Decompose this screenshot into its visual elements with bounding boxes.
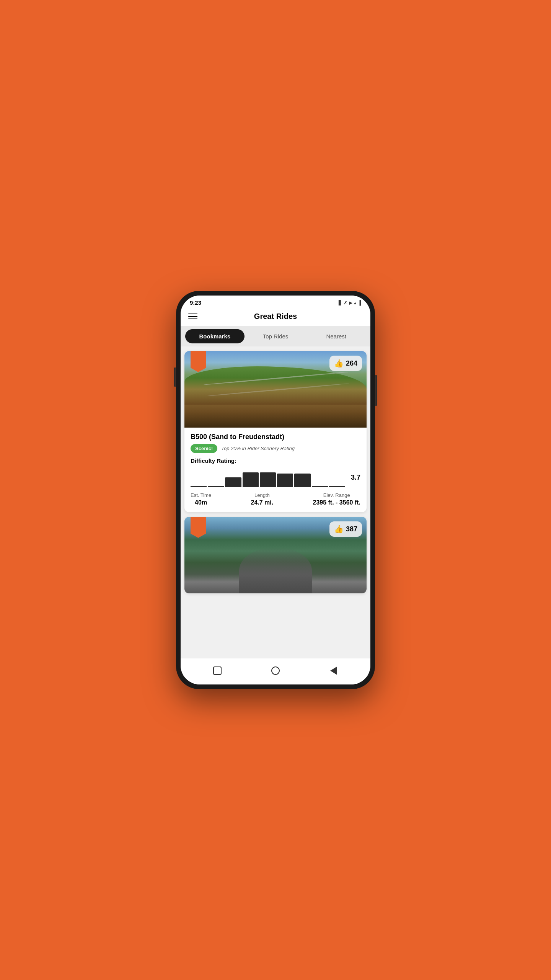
wifi-icon: ▴: [354, 300, 356, 305]
difficulty-chart-1: 3.7: [191, 468, 360, 487]
like-count-1: 264: [346, 359, 357, 368]
stat-label-time: Est. Time: [191, 492, 211, 498]
chart-bars-1: [191, 472, 345, 487]
nav-square-icon: [213, 666, 222, 675]
nav-back-button[interactable]: [326, 663, 341, 678]
bar-8: [312, 485, 328, 487]
tab-bar: Bookmarks Top Rides Nearest: [181, 326, 370, 346]
tab-bookmarks[interactable]: Bookmarks: [185, 329, 245, 343]
tab-top-rides[interactable]: Top Rides: [246, 329, 305, 343]
status-time: 9:23: [190, 299, 201, 306]
location-icon: ▶: [349, 300, 352, 305]
ride-card-1[interactable]: 👍 264 B500 (Sand to Freudenstadt) Scenic…: [184, 351, 367, 512]
card-image-container-1: 👍 264: [184, 351, 367, 428]
ride-card-2[interactable]: 👍 387: [184, 517, 367, 593]
app-header: Great Rides: [181, 308, 370, 326]
card-image-container-2: 👍 387: [184, 517, 367, 593]
scenic-badge-1: Scenic!: [191, 444, 217, 453]
stat-elev: Elev. Range 2395 ft. - 3560 ft.: [313, 492, 360, 506]
bookmark-flag-1: [191, 351, 206, 372]
bar-2: [208, 485, 224, 487]
power-button: [375, 375, 377, 406]
stat-est-time: Est. Time 40m: [191, 492, 211, 506]
thumbs-up-icon-2: 👍: [334, 524, 344, 534]
scenic-row-1: Scenic! Top 20% in Rider Scenery Rating: [191, 444, 360, 453]
bluetooth-icon: ✗: [344, 300, 347, 305]
stat-label-elev: Elev. Range: [313, 492, 360, 498]
bookmark-flag-2: [191, 517, 206, 538]
ride-title-1: B500 (Sand to Freudenstadt): [191, 433, 360, 441]
stats-row-1: Est. Time 40m Length 24.7 mi. Elev. Rang…: [191, 492, 360, 506]
nav-recents-button[interactable]: [210, 663, 225, 678]
signal-icon: ▋: [339, 300, 342, 305]
phone-frame: 9:23 ▋ ✗ ▶ ▴ ▐ Great Rides Bookmarks Top…: [176, 291, 375, 689]
bar-4: [243, 472, 259, 487]
bar-9: [329, 485, 345, 487]
phone-screen: 9:23 ▋ ✗ ▶ ▴ ▐ Great Rides Bookmarks Top…: [181, 296, 370, 684]
volume-button: [174, 368, 176, 387]
stat-value-elev: 2395 ft. - 3560 ft.: [313, 499, 360, 506]
status-bar: 9:23 ▋ ✗ ▶ ▴ ▐: [181, 296, 370, 308]
card-body-1: B500 (Sand to Freudenstadt) Scenic! Top …: [184, 428, 367, 512]
stat-length: Length 24.7 mi.: [251, 492, 273, 506]
bar-5: [260, 472, 276, 487]
bar-1: [191, 485, 207, 487]
scenic-text-1: Top 20% in Rider Scenery Rating: [221, 446, 295, 451]
nav-home-button[interactable]: [268, 663, 283, 678]
like-badge-1: 👍 264: [329, 356, 362, 371]
content-area: 👍 264 B500 (Sand to Freudenstadt) Scenic…: [181, 346, 370, 658]
tab-nearest[interactable]: Nearest: [306, 329, 366, 343]
like-badge-2: 👍 387: [329, 521, 362, 537]
stat-value-length: 24.7 mi.: [251, 499, 273, 506]
bar-6: [277, 474, 293, 487]
bar-7: [294, 474, 310, 487]
difficulty-label-1: Difficulty Rating:: [191, 457, 360, 464]
menu-button[interactable]: [188, 314, 197, 320]
thumbs-up-icon-1: 👍: [334, 359, 344, 368]
nav-circle-icon: [271, 666, 280, 675]
like-count-2: 387: [346, 525, 357, 533]
status-icons: ▋ ✗ ▶ ▴ ▐: [339, 300, 361, 305]
bottom-nav: [181, 658, 370, 684]
stat-value-time: 40m: [191, 499, 211, 506]
nav-back-icon: [330, 666, 337, 675]
battery-icon: ▐: [358, 300, 361, 305]
bar-3: [225, 477, 241, 487]
difficulty-score-1: 3.7: [351, 474, 360, 482]
stat-label-length: Length: [251, 492, 273, 498]
page-title: Great Rides: [197, 312, 354, 321]
